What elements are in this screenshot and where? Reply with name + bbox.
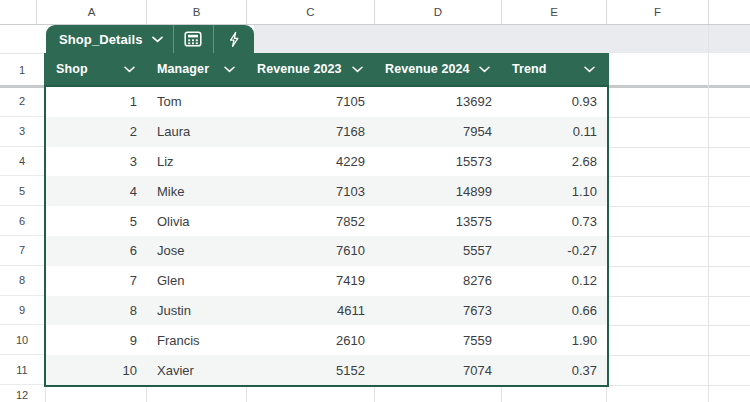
cell-revenue-2024[interactable]: 13575 [375,206,502,236]
gridline [374,387,375,402]
select-all-corner[interactable] [0,0,37,24]
row-number-11[interactable]: 11 [0,355,44,385]
cell-revenue-2024[interactable]: 15573 [375,147,502,177]
header-cell-revenue-2024[interactable]: Revenue 2024 [375,53,502,85]
cell-revenue-2023[interactable]: 7105 [247,87,375,117]
row-number-2[interactable]: 2 [0,87,44,117]
cell-revenue-2024[interactable]: 13692 [375,87,502,117]
cell-revenue-2023[interactable]: 7168 [247,117,375,147]
cell-revenue-2024[interactable]: 7954 [375,117,502,147]
cell-revenue-2024[interactable]: 7673 [375,296,502,326]
cell-revenue-2023[interactable]: 5152 [247,355,375,385]
cell-shop[interactable]: 6 [46,236,147,266]
table-row: 3Liz4229155732.68 [46,147,607,177]
cell-manager[interactable]: Francis [147,325,247,355]
cell-trend[interactable]: 0.73 [502,206,607,236]
cell-shop[interactable]: 1 [46,87,147,117]
cell-manager[interactable]: Tom [147,87,247,117]
cell-shop[interactable]: 5 [46,206,147,236]
cell-shop[interactable]: 3 [46,147,147,177]
cell-revenue-2023[interactable]: 7419 [247,266,375,296]
cell-trend[interactable]: 1.90 [502,325,607,355]
row-number-10[interactable]: 10 [0,325,44,355]
cell-manager[interactable]: Jose [147,236,247,266]
chevron-down-icon[interactable] [584,66,595,73]
cell-revenue-2023[interactable]: 7852 [247,206,375,236]
row-number-1[interactable]: 1 [0,53,44,85]
spreadsheet-viewport: A B C D E F Shop_Details [0,0,750,402]
cell-shop[interactable]: 4 [46,176,147,206]
cell-trend[interactable]: 2.68 [502,147,607,177]
cell-trend[interactable]: 1.10 [502,176,607,206]
cell-trend[interactable]: 0.66 [502,296,607,326]
cell-manager[interactable]: Laura [147,117,247,147]
column-header-c[interactable]: C [247,0,375,24]
table-row: 7Glen741982760.12 [46,266,607,296]
cell-revenue-2024[interactable]: 7074 [375,355,502,385]
table-name-tab[interactable]: Shop_Details [46,25,254,53]
table-row: 6Jose76105557-0.27 [46,236,607,266]
table-row: 1Tom7105136920.93 [46,87,607,117]
row-number-12[interactable]: 12 [0,387,44,402]
chevron-down-icon[interactable] [152,36,163,43]
cell-revenue-2024[interactable]: 8276 [375,266,502,296]
cell-trend[interactable]: 0.37 [502,355,607,385]
cell-manager[interactable]: Xavier [147,355,247,385]
cell-revenue-2023[interactable]: 4229 [247,147,375,177]
column-header-f[interactable]: F [607,0,709,24]
chevron-down-icon[interactable] [124,66,135,73]
table-row: 9Francis261075591.90 [46,325,607,355]
column-header-b[interactable]: B [147,0,247,24]
cell-trend[interactable]: 0.11 [502,117,607,147]
row-number-5[interactable]: 5 [0,176,44,206]
chevron-down-icon[interactable] [224,66,235,73]
cell-revenue-2024[interactable]: 5557 [375,236,502,266]
lightning-bolt-icon[interactable] [214,25,254,53]
cell-manager[interactable]: Olivia [147,206,247,236]
cell-revenue-2023[interactable]: 2610 [247,325,375,355]
chevron-down-icon[interactable] [479,66,490,73]
gridline [606,387,607,402]
gridline [609,266,750,267]
row-number-7[interactable]: 7 [0,236,44,266]
row-number-4[interactable]: 4 [0,147,44,177]
chevron-down-icon[interactable] [352,66,363,73]
header-cell-shop[interactable]: Shop [46,53,147,85]
cell-shop[interactable]: 9 [46,325,147,355]
gridline [609,176,750,177]
row-number-9[interactable]: 9 [0,296,44,326]
column-header-d[interactable]: D [375,0,502,24]
table-row: 5Olivia7852135750.73 [46,206,607,236]
row-number-8[interactable]: 8 [0,266,44,296]
column-header-a[interactable]: A [37,0,147,24]
gridline [609,236,750,237]
cell-revenue-2023[interactable]: 7610 [247,236,375,266]
cell-manager[interactable]: Mike [147,176,247,206]
cell-manager[interactable]: Justin [147,296,247,326]
header-label: Trend [512,62,547,76]
column-header-e[interactable]: E [502,0,607,24]
cell-trend[interactable]: -0.27 [502,236,607,266]
header-cell-trend[interactable]: Trend [502,53,607,85]
column-header-partial[interactable] [709,0,750,24]
row-number-3[interactable]: 3 [0,117,44,147]
cell-shop[interactable]: 8 [46,296,147,326]
header-cell-revenue-2023[interactable]: Revenue 2023 [247,53,375,85]
table-name[interactable]: Shop_Details [46,32,143,47]
cell-revenue-2024[interactable]: 14899 [375,176,502,206]
tab-strip-background [254,25,750,53]
cell-shop[interactable]: 7 [46,266,147,296]
cell-manager[interactable]: Glen [147,266,247,296]
cell-shop[interactable]: 2 [46,117,147,147]
row-number-6[interactable]: 6 [0,206,44,236]
cell-trend[interactable]: 0.12 [502,266,607,296]
cell-shop[interactable]: 10 [46,355,147,385]
cell-trend[interactable]: 0.93 [502,87,607,117]
cell-manager[interactable]: Liz [147,147,247,177]
cell-revenue-2024[interactable]: 7559 [375,325,502,355]
gridline [609,355,750,356]
cell-revenue-2023[interactable]: 7103 [247,176,375,206]
header-cell-manager[interactable]: Manager [147,53,247,85]
table-calculator-icon[interactable] [174,25,214,53]
cell-revenue-2023[interactable]: 4611 [247,296,375,326]
